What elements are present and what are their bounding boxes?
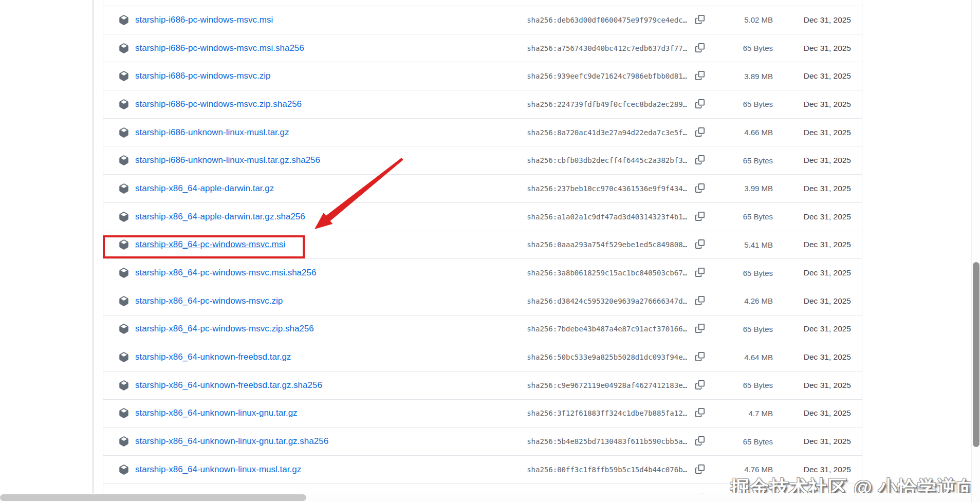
vertical-scrollbar-thumb[interactable] (973, 262, 979, 447)
asset-size: 65 Bytes (705, 212, 773, 221)
horizontal-scrollbar[interactable] (0, 493, 980, 502)
asset-digest: sha256:00ff3c1f8ffb59b5c15d4b44c076b… (527, 466, 687, 474)
copy-digest-button[interactable] (695, 352, 705, 362)
asset-date: Dec 31, 2025 (773, 156, 851, 165)
asset-digest: sha256:8a720ac41d3e27a94d22eda7c3e5f… (527, 128, 687, 137)
copy-digest-button[interactable] (695, 408, 705, 418)
asset-name-cell: starship-x86_64-unknown-freebsd.tar.gz (119, 352, 527, 362)
asset-date: Dec 31, 2025 (773, 128, 851, 137)
asset-date: Dec 31, 2025 (773, 15, 851, 25)
asset-size: 65 Bytes (705, 269, 773, 277)
asset-download-link[interactable]: starship-x86_64-unknown-freebsd.tar.gz.s… (135, 380, 322, 391)
package-icon (119, 212, 129, 222)
asset-size: 4.66 MB (705, 128, 773, 137)
package-icon (119, 324, 129, 334)
asset-size: 65 Bytes (705, 381, 773, 389)
asset-download-link[interactable]: starship-x86_64-pc-windows-msvc.zip.sha2… (135, 324, 314, 334)
asset-download-link[interactable]: starship-i686-pc-windows-msvc.msi.sha256 (135, 43, 304, 53)
copy-icon (695, 408, 705, 417)
package-icon (119, 296, 129, 306)
asset-download-link[interactable]: starship-x86_64-apple-darwin.tar.gz (135, 183, 274, 194)
asset-download-link[interactable]: starship-x86_64-apple-darwin.tar.gz.sha2… (135, 212, 305, 222)
asset-size: 3.99 MB (705, 184, 773, 193)
asset-size: 5.02 MB (705, 15, 773, 24)
asset-name-cell: starship-i686-pc-windows-msvc.zip (119, 71, 527, 81)
copy-digest-button[interactable] (695, 183, 705, 194)
asset-download-link[interactable]: starship-i686-pc-windows-msvc.zip (135, 71, 271, 81)
table-row: starship-i686-unknown-linux-musl.tar.gz.… (103, 146, 862, 174)
asset-name-cell: starship-x86_64-pc-windows-msvc.zip (119, 296, 527, 306)
package-icon (119, 99, 129, 109)
asset-name-cell: starship-x86_64-unknown-linux-musl.tar.g… (119, 464, 527, 475)
copy-digest-button[interactable] (695, 99, 705, 109)
asset-name-cell: starship-i686-unknown-linux-musl.tar.gz (119, 127, 527, 138)
copy-digest-button[interactable] (695, 324, 705, 334)
table-row: starship-x86_64-unknown-linux-gnu.tar.gz… (103, 399, 862, 427)
asset-name-cell: starship-i686-unknown-linux-musl.tar.gz.… (119, 155, 527, 165)
release-assets-page: starship-i686-pc-windows-msvc.msi sha256… (0, 0, 980, 502)
copy-digest-button[interactable] (695, 127, 705, 138)
horizontal-scrollbar-thumb[interactable] (0, 494, 306, 501)
copy-icon (695, 43, 705, 52)
asset-download-link[interactable]: starship-x86_64-unknown-freebsd.tar.gz (135, 352, 291, 362)
table-row: starship-i686-pc-windows-msvc.zip sha256… (103, 62, 862, 90)
copy-digest-button[interactable] (695, 296, 705, 306)
asset-size: 4.7 MB (705, 409, 773, 418)
copy-digest-button[interactable] (695, 71, 705, 81)
copy-digest-button[interactable] (695, 380, 705, 391)
copy-digest-button[interactable] (695, 15, 705, 25)
table-row: starship-i686-pc-windows-msvc.msi sha256… (103, 6, 862, 34)
asset-size: 65 Bytes (705, 100, 773, 108)
asset-digest: sha256:5b4e825bd7130483f611b590cbb5a… (527, 437, 687, 445)
package-icon (119, 239, 129, 250)
asset-date: Dec 31, 2025 (773, 324, 851, 333)
copy-digest-button[interactable] (695, 239, 705, 250)
asset-download-link[interactable]: starship-x86_64-pc-windows-msvc.msi.sha2… (135, 268, 316, 278)
asset-digest: sha256:7bdebe43b487a4e87c91acf370166… (527, 325, 687, 333)
table-row: starship-i686-pc-windows-msvc.msi.sha256… (103, 34, 862, 62)
asset-name-cell: starship-x86_64-pc-windows-msvc.msi (119, 239, 527, 250)
asset-name-cell: starship-x86_64-apple-darwin.tar.gz (119, 183, 527, 194)
asset-download-link[interactable]: starship-i686-pc-windows-msvc.zip.sha256 (135, 99, 302, 109)
asset-download-link[interactable]: starship-i686-pc-windows-msvc.msi (135, 15, 273, 25)
copy-icon (695, 212, 705, 221)
asset-download-link[interactable]: starship-x86_64-unknown-linux-gnu.tar.gz (135, 408, 298, 418)
asset-name-cell: starship-x86_64-unknown-linux-gnu.tar.gz… (119, 436, 527, 447)
asset-digest: sha256:237beb10cc970c4361536e9f9f434… (527, 184, 687, 193)
table-row: starship-x86_64-pc-windows-msvc.zip.sha2… (103, 315, 862, 343)
package-icon (119, 43, 129, 53)
asset-download-link[interactable]: starship-x86_64-pc-windows-msvc.zip (135, 296, 283, 306)
copy-digest-button[interactable] (695, 464, 705, 475)
table-row: starship-x86_64-apple-darwin.tar.gz.sha2… (103, 202, 862, 231)
asset-name-cell: starship-x86_64-apple-darwin.tar.gz.sha2… (119, 212, 527, 222)
asset-date: Dec 31, 2025 (773, 465, 851, 474)
table-row: starship-x86_64-pc-windows-msvc.zip sha2… (103, 287, 862, 315)
asset-download-link[interactable]: starship-i686-unknown-linux-musl.tar.gz.… (135, 155, 320, 165)
copy-digest-button[interactable] (695, 436, 705, 447)
asset-name-cell: starship-i686-pc-windows-msvc.zip.sha256 (119, 99, 527, 109)
copy-digest-button[interactable] (695, 43, 705, 53)
vertical-scrollbar[interactable] (971, 0, 980, 502)
asset-download-link[interactable]: starship-i686-unknown-linux-musl.tar.gz (135, 127, 289, 138)
copy-digest-button[interactable] (695, 268, 705, 278)
asset-date: Dec 31, 2025 (773, 296, 851, 306)
asset-name-cell: starship-i686-pc-windows-msvc.msi (119, 15, 527, 25)
asset-digest: sha256:d38424c595320e9639a276666347d… (527, 297, 687, 305)
asset-size: 65 Bytes (705, 437, 773, 446)
asset-download-link[interactable]: starship-x86_64-unknown-linux-gnu.tar.gz… (135, 436, 328, 447)
copy-digest-button[interactable] (695, 212, 705, 222)
asset-date: Dec 31, 2025 (773, 352, 851, 362)
copy-icon (695, 324, 705, 333)
table-row: starship-x86_64-unknown-freebsd.tar.gz s… (103, 343, 862, 371)
asset-date: Dec 31, 2025 (773, 212, 851, 221)
asset-size: 65 Bytes (705, 156, 773, 165)
asset-name-cell: starship-x86_64-pc-windows-msvc.zip.sha2… (119, 324, 527, 334)
asset-download-link[interactable]: starship-x86_64-pc-windows-msvc.msi (135, 239, 285, 250)
asset-date: Dec 31, 2025 (773, 184, 851, 193)
copy-digest-button[interactable] (695, 155, 705, 165)
package-icon (119, 352, 129, 362)
asset-download-link[interactable]: starship-x86_64-unknown-linux-musl.tar.g… (135, 464, 301, 475)
copy-icon (695, 268, 705, 277)
asset-digest: sha256:224739fdfb49f0cfcec8bda2ec289… (527, 100, 687, 108)
asset-name-cell: starship-x86_64-pc-windows-msvc.msi.sha2… (119, 268, 527, 278)
